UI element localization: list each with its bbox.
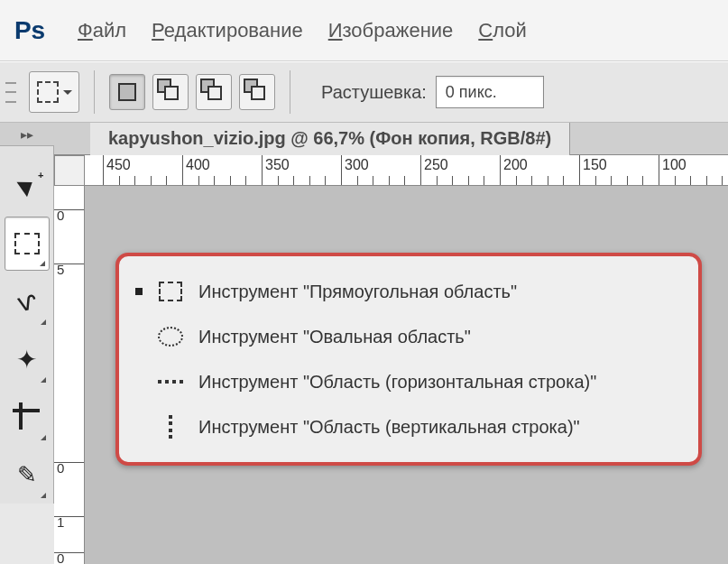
flyout-item-label: Инструмент "Овальная область" bbox=[198, 327, 471, 347]
tool-magic-wand[interactable]: ✦ bbox=[5, 332, 50, 386]
flyout-item[interactable]: Инструмент "Овальная область" bbox=[128, 314, 689, 359]
tool-move[interactable]: + bbox=[5, 159, 50, 213]
tool-crop[interactable] bbox=[5, 390, 50, 444]
ellipse-marquee-icon bbox=[155, 323, 186, 350]
feather-label: Растушевка: bbox=[321, 82, 427, 103]
menu-layer[interactable]: Слой bbox=[478, 19, 527, 42]
ruler-tick-label: 5 bbox=[57, 262, 64, 277]
menubar: Ps Файл Редактирование Изображение Слой bbox=[0, 0, 728, 61]
ruler-vertical[interactable]: 05010 bbox=[54, 155, 85, 564]
crop-icon bbox=[15, 405, 39, 429]
flyout-item-label: Инструмент "Прямоугольная область" bbox=[198, 282, 517, 302]
divider bbox=[290, 70, 290, 114]
ruler-origin[interactable] bbox=[54, 155, 85, 186]
rect-marquee-icon bbox=[155, 278, 186, 305]
ruler-tick-label: 200 bbox=[503, 157, 528, 173]
marquee-flyout-menu: Инструмент "Прямоугольная область"Инстру… bbox=[115, 253, 702, 466]
tool-preset-picker[interactable] bbox=[29, 71, 79, 113]
flyout-item-label: Инструмент "Область (горизонтальная стро… bbox=[198, 372, 596, 393]
ruler-tick-label: 300 bbox=[345, 157, 369, 173]
ruler-tick-label: 400 bbox=[186, 157, 210, 173]
eyedropper-icon: ✎ bbox=[17, 461, 37, 489]
document-tab[interactable]: kapyushon_vizio.jpg @ 66,7% (Фон копия, … bbox=[90, 123, 570, 155]
ruler-horizontal[interactable]: 450400350300250200150100 bbox=[85, 155, 728, 186]
selection-mode-group bbox=[109, 74, 275, 110]
ruler-tick-label: 1 bbox=[57, 514, 64, 530]
wand-icon: ✦ bbox=[16, 345, 37, 374]
tool-eyedropper[interactable]: ✎ bbox=[5, 448, 50, 502]
ruler-tick-label: 450 bbox=[106, 157, 131, 173]
ruler-tick-label: 100 bbox=[662, 157, 687, 173]
options-bar: Растушевка: bbox=[0, 61, 728, 123]
divider bbox=[94, 70, 95, 114]
ruler-tick-label: 0 bbox=[57, 208, 64, 223]
marquee-icon bbox=[37, 81, 59, 103]
menu-file[interactable]: Файл bbox=[78, 19, 126, 42]
ruler-tick-label: 0 bbox=[57, 550, 64, 564]
ruler-tick-label: 350 bbox=[265, 157, 290, 173]
move-icon bbox=[16, 175, 37, 197]
menu-edit[interactable]: Редактирование bbox=[152, 19, 303, 42]
selected-indicator-icon bbox=[135, 288, 143, 295]
flyout-item[interactable]: Инструмент "Прямоугольная область" bbox=[128, 269, 689, 314]
flyout-item[interactable]: Инструмент "Область (вертикальная строка… bbox=[128, 404, 689, 449]
lasso-icon: ⱱ bbox=[14, 284, 40, 318]
tool-palette: + ⱱ ✦ ✎ bbox=[0, 123, 54, 504]
grip-icon[interactable] bbox=[5, 74, 16, 110]
tool-marquee[interactable] bbox=[5, 217, 50, 271]
mode-intersect-selection[interactable] bbox=[239, 74, 275, 110]
app-logo: Ps bbox=[7, 8, 52, 53]
ruler-tick-label: 150 bbox=[583, 157, 607, 173]
flyout-item-label: Инструмент "Область (вертикальная строка… bbox=[198, 417, 580, 438]
ruler-tick-label: 0 bbox=[57, 460, 64, 476]
row-marquee-icon bbox=[155, 368, 186, 395]
feather-input[interactable] bbox=[436, 76, 544, 108]
mode-new-selection[interactable] bbox=[109, 74, 145, 110]
tool-lasso[interactable]: ⱱ bbox=[5, 274, 50, 328]
document-tab-bar: kapyushon_vizio.jpg @ 66,7% (Фон копия, … bbox=[54, 123, 728, 155]
mode-add-selection[interactable] bbox=[152, 74, 189, 110]
column-marquee-icon bbox=[155, 413, 186, 440]
ruler-tick-label: 250 bbox=[424, 157, 448, 173]
panel-collapse-arrows-icon[interactable]: ▸▸ bbox=[0, 123, 54, 146]
flyout-item[interactable]: Инструмент "Область (горизонтальная стро… bbox=[128, 359, 689, 404]
menu-image[interactable]: Изображение bbox=[328, 19, 454, 42]
chevron-down-icon bbox=[63, 90, 72, 95]
mode-subtract-selection[interactable] bbox=[196, 74, 232, 110]
marquee-icon bbox=[14, 233, 40, 254]
